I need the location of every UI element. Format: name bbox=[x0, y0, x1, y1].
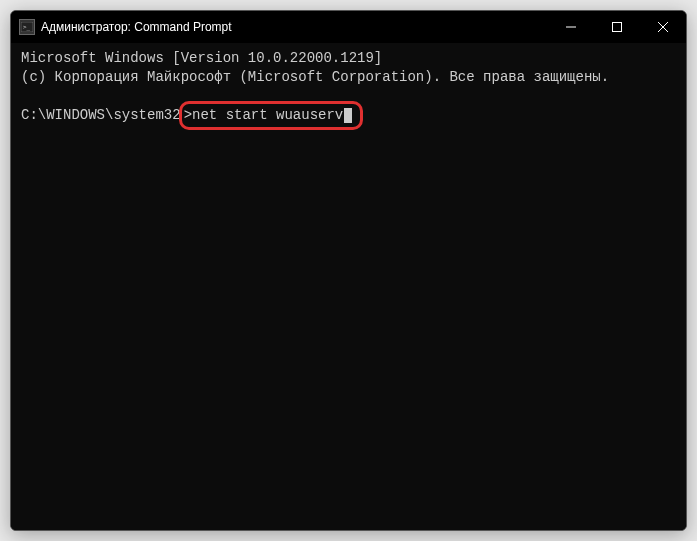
window-controls bbox=[548, 11, 686, 43]
maximize-button[interactable] bbox=[594, 11, 640, 43]
command-highlight: >net start wuauserv bbox=[179, 101, 364, 130]
copyright-line: (c) Корпорация Майкрософт (Microsoft Cor… bbox=[21, 68, 676, 87]
svg-text:>_: >_ bbox=[23, 23, 31, 31]
cursor bbox=[344, 108, 352, 123]
svg-rect-3 bbox=[613, 23, 622, 32]
version-line: Microsoft Windows [Version 10.0.22000.12… bbox=[21, 49, 676, 68]
command-prompt-window: >_ Администратор: Command Prompt bbox=[10, 10, 687, 531]
terminal-output[interactable]: Microsoft Windows [Version 10.0.22000.12… bbox=[11, 43, 686, 530]
titlebar[interactable]: >_ Администратор: Command Prompt bbox=[11, 11, 686, 43]
close-button[interactable] bbox=[640, 11, 686, 43]
command-text: net start wuauserv bbox=[192, 106, 343, 125]
cmd-icon: >_ bbox=[19, 19, 35, 35]
window-title: Администратор: Command Prompt bbox=[41, 20, 548, 34]
prompt-line: C:\WINDOWS\system32>net start wuauserv bbox=[21, 101, 676, 130]
prompt-separator: > bbox=[184, 106, 192, 125]
minimize-button[interactable] bbox=[548, 11, 594, 43]
prompt-path: C:\WINDOWS\system32 bbox=[21, 106, 181, 125]
